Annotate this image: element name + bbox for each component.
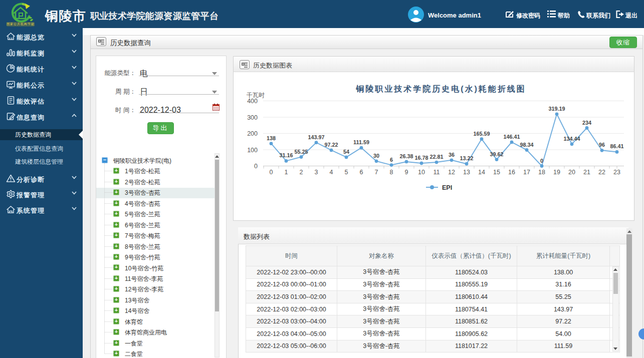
svg-text:134.44: 134.44 [563,136,580,142]
svg-text:6: 6 [390,157,393,163]
svg-text:铜陵职业技术学院历史电(水)耗能折线图: 铜陵职业技术学院历史电(水)耗能折线图 [355,84,526,93]
svg-text:12: 12 [448,169,455,176]
svg-text:98.34: 98.34 [520,142,533,148]
svg-text:13: 13 [463,169,470,176]
svg-text:22.81: 22.81 [430,154,443,160]
svg-text:36: 36 [449,152,455,158]
svg-text:200: 200 [247,130,258,137]
svg-text:26.38: 26.38 [399,153,413,159]
svg-text:EPI: EPI [442,184,452,191]
svg-text:54: 54 [343,149,349,155]
svg-text:0: 0 [540,158,543,164]
svg-text:7: 7 [375,169,378,176]
svg-text:9: 9 [405,169,408,176]
svg-text:39.62: 39.62 [490,151,503,157]
svg-text:96: 96 [599,142,605,148]
svg-text:4: 4 [330,169,333,176]
svg-text:16.78: 16.78 [414,155,428,161]
svg-text:16: 16 [508,169,515,176]
svg-text:400: 400 [247,98,258,105]
svg-text:17: 17 [523,169,530,176]
svg-text:143.97: 143.97 [308,134,324,140]
svg-text:21: 21 [583,169,590,176]
svg-text:1: 1 [285,169,288,176]
svg-text:0: 0 [270,169,273,176]
svg-text:6: 6 [360,169,363,176]
svg-text:19: 19 [553,169,560,176]
svg-text:86.41: 86.41 [610,143,623,149]
svg-text:23: 23 [613,169,620,176]
svg-text:8: 8 [390,169,393,176]
svg-text:5: 5 [345,169,348,176]
svg-text:14: 14 [478,169,485,176]
svg-text:111.59: 111.59 [353,139,369,145]
svg-text:97.22: 97.22 [324,142,338,148]
svg-text:234: 234 [582,120,591,126]
svg-text:18: 18 [538,169,545,176]
svg-text:15: 15 [493,169,500,176]
svg-text:165.59: 165.59 [473,131,490,137]
svg-text:100: 100 [247,147,258,154]
svg-text:10: 10 [418,169,425,176]
svg-text:20: 20 [568,169,575,176]
svg-text:2: 2 [300,169,303,176]
svg-text:138: 138 [267,135,276,141]
svg-text:13.22: 13.22 [460,155,473,161]
svg-text:3: 3 [315,169,318,176]
svg-text:30: 30 [373,153,379,159]
svg-text:146.41: 146.41 [503,134,520,140]
svg-text:55.25: 55.25 [294,149,308,155]
svg-text:319.19: 319.19 [548,106,565,112]
svg-text:0: 0 [254,163,258,170]
svg-text:22: 22 [598,169,605,176]
svg-text:300: 300 [247,114,258,121]
svg-text:11: 11 [434,169,440,176]
svg-text:31.16: 31.16 [279,152,293,158]
